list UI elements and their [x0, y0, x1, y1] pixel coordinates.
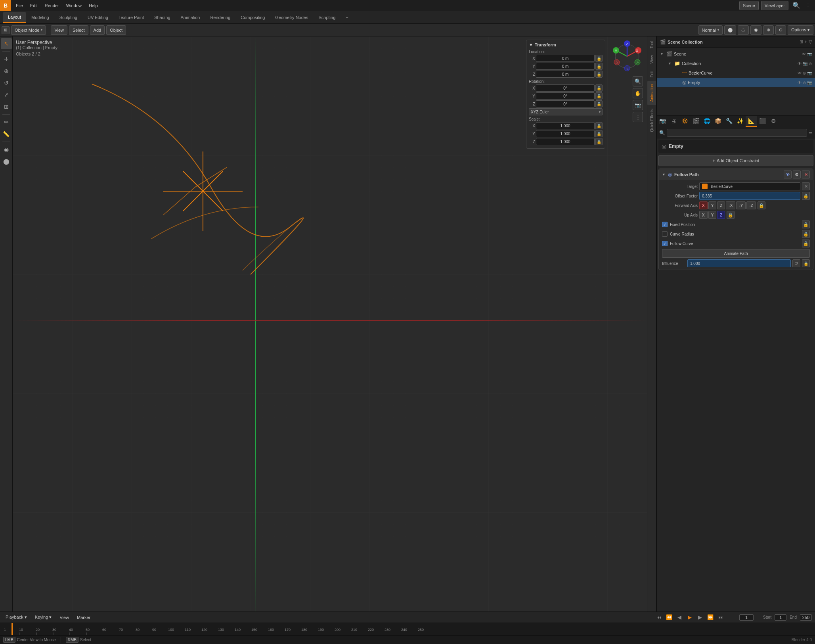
tl-start-val[interactable]: 1	[775, 614, 786, 621]
scale-y-lock[interactable]: 🔒	[595, 130, 603, 137]
prop-tab-render[interactable]: 📷	[657, 116, 668, 127]
influence-anim-btn[interactable]: ⏱	[792, 259, 800, 267]
rot-y-value[interactable]: 0°	[536, 92, 595, 100]
fixed-position-lock[interactable]: 🔒	[802, 220, 810, 228]
tab-modeling[interactable]: Modeling	[27, 12, 54, 23]
rot-z-lock[interactable]: 🔒	[595, 100, 603, 107]
viewport-gizmo[interactable]: X Y Z -X -Y -Z	[611, 40, 643, 72]
view-options[interactable]: ⋮	[633, 112, 643, 122]
sc-empty-select[interactable]: ⊙	[803, 80, 806, 85]
tab-geometry-nodes[interactable]: Geometry Nodes	[270, 12, 313, 23]
tab-scripting[interactable]: Scripting	[314, 12, 340, 23]
menu-help[interactable]: Help	[86, 1, 101, 10]
header-search[interactable]: 🔍	[791, 2, 802, 9]
constraint-expand-arrow[interactable]: ▼	[662, 172, 666, 176]
sc-empty-item[interactable]: ◎ Empty 👁 ⊙ 📷	[657, 78, 815, 87]
tl-play-btn[interactable]: ▶	[685, 613, 694, 622]
tab-add-workspace[interactable]: +	[341, 12, 353, 23]
tab-texture-paint[interactable]: Texture Paint	[114, 12, 149, 23]
constraint-delete-btn[interactable]: ✕	[802, 171, 810, 178]
forward-axis-neg-y-btn[interactable]: -Y	[736, 201, 746, 209]
sc-beziercurve-item[interactable]: 〰 BezierCurve 👁 ⊙ 📷	[657, 68, 815, 78]
up-axis-z-btn[interactable]: Z	[717, 211, 725, 219]
rot-z-value[interactable]: 0°	[536, 100, 595, 107]
menu-file[interactable]: File	[13, 1, 26, 10]
influence-lock[interactable]: 🔒	[802, 259, 810, 267]
prop-tab-scene[interactable]: 🎬	[690, 116, 701, 127]
tool-transform[interactable]: ⊞	[1, 101, 12, 112]
constraint-enable-btn[interactable]: 👁	[784, 171, 792, 178]
sc-scene-eye[interactable]: 👁	[802, 52, 806, 56]
tab-animation[interactable]: Animation	[176, 12, 205, 23]
follow-curve-lock[interactable]: 🔒	[802, 240, 810, 247]
loc-z-value[interactable]: 0 m	[536, 71, 595, 78]
constraint-settings-btn[interactable]: ⚙	[793, 171, 801, 178]
sc-collection-camera[interactable]: 📷	[803, 61, 807, 66]
target-clear-btn[interactable]: ✕	[802, 182, 810, 190]
loc-x-value[interactable]: 0 m	[536, 55, 595, 62]
forward-axis-x-btn[interactable]: X	[699, 201, 708, 209]
camera-tool[interactable]: 📷	[633, 100, 643, 110]
forward-axis-z-btn[interactable]: Z	[717, 201, 725, 209]
loc-x-lock[interactable]: 🔒	[595, 55, 603, 62]
menu-window[interactable]: Window	[63, 1, 85, 10]
options-menu[interactable]: Options ▾	[788, 25, 813, 35]
tab-shading[interactable]: Shading	[149, 12, 175, 23]
prop-tab-constraints[interactable]: 📐	[746, 116, 757, 127]
viewport[interactable]: User Perspective (1) Collection | Empty …	[13, 36, 647, 620]
menu-render[interactable]: Render	[42, 1, 62, 10]
tl-jump-start-btn[interactable]: ⏮	[654, 613, 663, 622]
follow-curve-checkbox[interactable]: ✓	[662, 241, 668, 246]
prop-tab-particles[interactable]: ✨	[735, 116, 746, 127]
object-menu[interactable]: Object	[106, 25, 126, 35]
forward-axis-neg-x-btn[interactable]: -X	[726, 201, 735, 209]
up-axis-y-btn[interactable]: Y	[708, 211, 717, 219]
scale-z-lock[interactable]: 🔒	[595, 138, 603, 145]
prop-tab-modifier[interactable]: 🔧	[723, 116, 735, 127]
loc-z-lock[interactable]: 🔒	[595, 71, 603, 78]
tl-view-menu[interactable]: View	[57, 614, 71, 621]
sc-beziercurve-eye[interactable]: 👁	[798, 71, 802, 75]
sc-filter-icon[interactable]: ⊞	[800, 39, 803, 44]
up-axis-x-btn[interactable]: X	[699, 211, 708, 219]
loc-y-lock[interactable]: 🔒	[595, 63, 603, 70]
tl-end-val[interactable]: 250	[800, 614, 812, 621]
offset-lock[interactable]: 🔒	[802, 192, 810, 200]
tab-rendering[interactable]: Rendering	[205, 12, 235, 23]
viewport-shading-solid[interactable]: ⬤	[724, 25, 736, 35]
sc-collection-render[interactable]: ⊙	[809, 61, 812, 66]
prop-panel-menu-icon[interactable]: ☰	[809, 130, 813, 135]
menu-edit[interactable]: Edit	[27, 1, 41, 10]
sc-new-collection-icon[interactable]: +	[805, 39, 807, 44]
tab-layout[interactable]: Layout	[3, 12, 26, 23]
tl-next-keyframe-btn[interactable]: ⏩	[706, 613, 715, 622]
rot-x-lock[interactable]: 🔒	[595, 84, 603, 92]
viewport-overlays[interactable]: ⊙	[775, 25, 786, 35]
rot-y-lock[interactable]: 🔒	[595, 92, 603, 100]
forward-axis-lock[interactable]: 🔒	[758, 201, 765, 209]
tool-rotate[interactable]: ↺	[1, 77, 12, 88]
loc-y-value[interactable]: 0 m	[536, 63, 595, 70]
tl-marker-menu[interactable]: Marker	[75, 614, 93, 621]
viewport-shading-rendered[interactable]: ◉	[750, 25, 761, 35]
view-menu[interactable]: View	[51, 25, 67, 35]
normal-dropdown[interactable]: Normal ▾	[698, 25, 723, 35]
tab-compositing[interactable]: Compositing	[236, 12, 270, 23]
up-axis-lock[interactable]: 🔒	[727, 211, 735, 219]
sc-collection-eye[interactable]: 👁	[798, 61, 802, 66]
vtab-animation[interactable]: Animation	[647, 81, 656, 105]
forward-axis-neg-z-btn[interactable]: -Z	[746, 201, 756, 209]
mode-icon[interactable]: ⊞	[2, 26, 10, 34]
sc-empty-eye[interactable]: 👁	[798, 80, 802, 85]
prop-tab-output[interactable]: 🖨	[668, 116, 679, 127]
viewlayer-selector[interactable]: ViewLayer	[761, 1, 788, 10]
prop-tab-world[interactable]: 🌐	[701, 116, 712, 127]
constraint-vis-icon[interactable]: ◎	[668, 172, 672, 177]
tool-annotate[interactable]: ✏	[1, 117, 12, 128]
prop-tab-material[interactable]: ⚙	[768, 116, 779, 127]
curve-radius-lock[interactable]: 🔒	[802, 230, 810, 238]
sc-empty-render[interactable]: 📷	[807, 80, 812, 85]
sc-collection-item[interactable]: ▼ 📁 Collection 👁 📷 ⊙	[657, 59, 815, 68]
vtab-edit[interactable]: Edit	[647, 67, 656, 80]
sc-beziercurve-select[interactable]: ⊙	[803, 71, 806, 75]
